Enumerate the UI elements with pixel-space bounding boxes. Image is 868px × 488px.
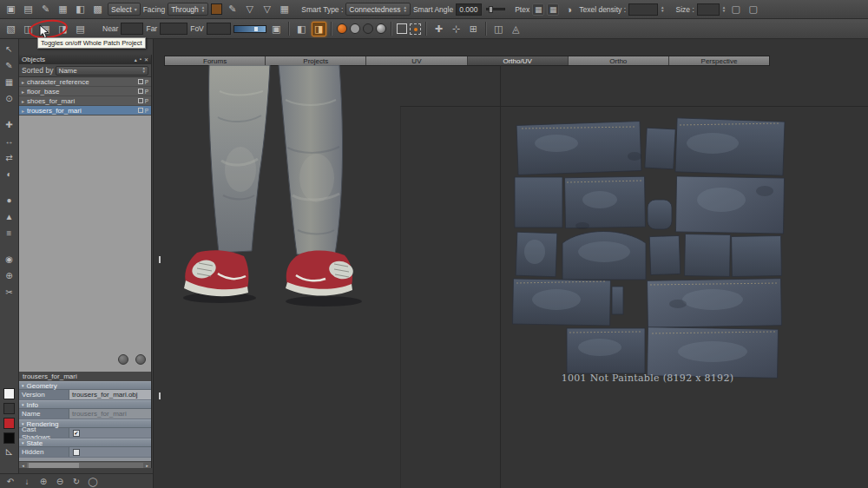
shading-icon[interactable]: ◧	[73, 2, 88, 16]
objects-panel-header[interactable]: Objects ▴ ▪ ✕	[19, 55, 151, 64]
tab-uv[interactable]: UV	[366, 56, 467, 65]
move-tool-icon[interactable]: ✚	[3, 118, 16, 131]
blur-tool-icon[interactable]: ◐	[3, 168, 16, 181]
whole-patch-project-toggle[interactable]: ▦	[38, 22, 53, 36]
patch-select-icon[interactable]	[410, 23, 421, 35]
scrollbar-thumb[interactable]	[29, 463, 79, 468]
layers-icon[interactable]: ▤	[21, 2, 36, 16]
uv-grid-icon[interactable]: ⊞	[466, 22, 481, 36]
mask-preview-icon[interactable]: ◨	[56, 22, 70, 36]
spinner-icon[interactable]: ▲▼	[661, 6, 664, 13]
channels-icon[interactable]: ▩	[90, 2, 105, 16]
viewport-canvas[interactable]: Forums Projects UV Ortho/UV Ortho Perspe…	[153, 39, 868, 488]
camera-settings-icon[interactable]: ▣	[269, 22, 284, 36]
properties-scrollbar[interactable]: ◂ ▸	[19, 461, 151, 468]
paste-page-icon[interactable]: ▢	[746, 2, 760, 16]
copy-page-icon[interactable]: ▢	[728, 2, 743, 16]
select-dropdown[interactable]: Select ▾	[108, 3, 141, 16]
paintable-icon[interactable]: P	[145, 108, 148, 114]
vector-b-icon[interactable]: ▽	[260, 2, 274, 16]
size-field[interactable]	[697, 3, 720, 16]
eyedropper-tool-icon[interactable]: ⊙	[3, 92, 16, 105]
texel-density-field[interactable]	[628, 3, 658, 16]
vector-a-icon[interactable]: ▽	[242, 2, 257, 16]
reset-view-icon[interactable]: ↻	[70, 475, 82, 487]
text-tool-icon[interactable]: ≡	[3, 227, 16, 240]
far-field[interactable]	[160, 23, 187, 35]
version-value-field[interactable]: trousers_for_mari.obj	[69, 390, 151, 399]
object-list-item[interactable]: ▸ floor_base P	[19, 87, 151, 96]
lens-icon[interactable]: ◯	[87, 475, 99, 487]
object-list-item[interactable]: ▸ shoes_for_mari P	[19, 96, 151, 106]
expand-icon[interactable]: ▸	[22, 79, 24, 85]
brush-tip-dark-icon[interactable]	[363, 23, 373, 34]
tab-projects[interactable]: Projects	[266, 56, 366, 65]
visibility-icon[interactable]	[138, 89, 143, 94]
screenshot-icon[interactable]: ▤	[73, 22, 88, 36]
cut-tool-icon[interactable]: ✂	[3, 286, 16, 299]
gradient-tool-icon[interactable]: ▲	[3, 210, 16, 223]
zoom-in-icon[interactable]: ⊕	[37, 475, 49, 487]
lighting-icon[interactable]: ▧	[3, 22, 18, 36]
paintable-icon[interactable]: P	[145, 98, 148, 104]
add-object-button[interactable]	[118, 354, 128, 365]
zoom-out-icon[interactable]: ⊖	[54, 475, 66, 487]
brush-icon[interactable]: ✎	[225, 2, 240, 16]
warp-tool-icon[interactable]: ↔	[3, 135, 16, 148]
expand-icon[interactable]: ▸	[22, 108, 24, 114]
paint-buffer-icon[interactable]: ◨	[312, 22, 326, 36]
brush-tip-gray-icon[interactable]	[350, 23, 360, 34]
facing-dropdown[interactable]: Through ▲▼	[168, 3, 208, 16]
brush-color-swatch[interactable]	[3, 418, 15, 429]
towbrush-tool-icon[interactable]: ◉	[3, 253, 16, 266]
wireframe-icon[interactable]: ◫	[21, 22, 36, 36]
visibility-icon[interactable]	[138, 98, 143, 103]
paint-tool-icon[interactable]: ✎	[3, 59, 16, 72]
slerp-tool-icon[interactable]: ⇄	[3, 151, 16, 164]
panel-close-icon[interactable]: ✕	[144, 56, 148, 63]
tab-forums[interactable]: Forums	[165, 56, 266, 65]
cast-shadows-checkbox[interactable]: ✔	[73, 430, 80, 437]
tab-ortho[interactable]: Ortho	[569, 56, 669, 65]
symmetry-y-icon[interactable]: ◬	[509, 22, 523, 36]
tab-perspective[interactable]: Perspective	[669, 56, 769, 65]
spinner-icon[interactable]: ▲▼	[722, 6, 726, 13]
smart-angle-slider[interactable]	[486, 8, 505, 10]
tab-ortho-uv[interactable]: Ortho/UV	[468, 56, 569, 65]
scroll-right-icon[interactable]: ▸	[143, 463, 151, 468]
ptex-check-a-icon[interactable]: ▦	[532, 3, 544, 16]
smart-type-dropdown[interactable]: Connectedness ▲▼	[345, 3, 411, 16]
patch-tool-icon[interactable]: ▦	[3, 76, 16, 89]
add-tool-icon[interactable]: ⊕	[3, 269, 16, 282]
paint-through-icon[interactable]: ◧	[294, 22, 309, 36]
project-icon[interactable]: ▣	[3, 2, 18, 16]
expand-icon[interactable]: ▸	[22, 89, 24, 95]
visibility-icon[interactable]	[138, 79, 143, 84]
background-color-swatch[interactable]	[3, 432, 15, 444]
section-geometry[interactable]: ▾ Geometry	[19, 381, 151, 390]
translate-icon[interactable]: ✚	[431, 22, 446, 36]
visibility-icon[interactable]	[138, 108, 143, 113]
select-tool-icon[interactable]: ↖	[3, 43, 16, 56]
history-down-icon[interactable]: ↓	[21, 475, 33, 487]
paint-color-swatch[interactable]	[211, 3, 222, 15]
section-state[interactable]: ▾ State	[19, 439, 151, 447]
panel-float-icon[interactable]: ▪	[140, 56, 141, 63]
patches-icon[interactable]: ▦	[56, 2, 70, 16]
smart-angle-field[interactable]: 0.000	[456, 3, 482, 16]
sphere-icon[interactable]: ◑	[562, 2, 576, 16]
near-field[interactable]	[121, 23, 143, 35]
paintable-icon[interactable]: P	[145, 79, 148, 85]
fov-slider[interactable]	[233, 25, 266, 33]
brush-tip-soft-icon[interactable]	[376, 23, 386, 34]
undo-icon[interactable]: ↶	[4, 475, 16, 487]
fov-field[interactable]	[207, 23, 231, 35]
secondary-color-swatch[interactable]	[3, 403, 15, 414]
snap-icon[interactable]: ⊹	[449, 22, 464, 36]
swap-colors-icon[interactable]: ◺	[6, 447, 12, 456]
hidden-checkbox[interactable]	[73, 449, 80, 456]
foreground-color-swatch[interactable]	[3, 388, 15, 399]
paintable-icon[interactable]: P	[145, 89, 148, 95]
remove-object-button[interactable]	[135, 354, 146, 365]
object-list-item[interactable]: ▸ character_reference P	[19, 77, 151, 87]
